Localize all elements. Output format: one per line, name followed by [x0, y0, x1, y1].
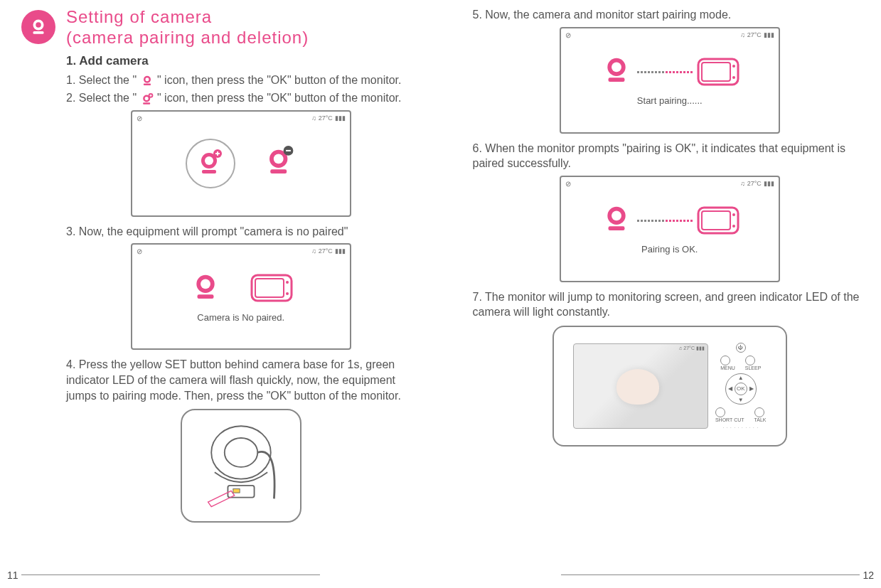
svg-point-15 [274, 154, 284, 164]
svg-point-41 [732, 213, 735, 216]
step-4: 4. Press the yellow SET button behind ca… [66, 357, 416, 403]
page-title-line2: (camera pairing and deletion) [66, 28, 309, 48]
svg-rect-38 [608, 227, 624, 231]
battery-icon: ▮▮▮ [335, 247, 346, 255]
battery-icon: ▮▮▮ [335, 114, 346, 122]
baby-screen-image: ♫ 27°C ▮▮▮ [573, 343, 708, 429]
svg-rect-40 [702, 211, 730, 230]
battery-icon: ▮▮▮ [764, 31, 774, 38]
svg-rect-33 [702, 63, 730, 81]
svg-point-24 [286, 292, 289, 295]
step-2: 2. Select the " " icon, then press the "… [66, 90, 416, 106]
wifi-off-icon: ⊘ [137, 114, 142, 122]
svg-point-7 [144, 97, 148, 100]
svg-point-35 [732, 76, 735, 79]
wifi-off-icon: ⊘ [137, 247, 142, 255]
music-icon: ♫ [740, 180, 745, 187]
section-heading: 1. Add camera [66, 54, 416, 68]
page-number-right: 12 [863, 570, 874, 581]
power-icon: ⏻ [736, 343, 746, 353]
svg-rect-16 [270, 169, 287, 173]
svg-rect-5 [144, 84, 151, 85]
music-icon: ♫ [740, 31, 745, 38]
footer-rule [21, 574, 320, 575]
screen-pairing-ok: ⊘ ♫ 27°C ▮▮▮ Pairing is [560, 176, 780, 282]
step-1: 1. Select the " " icon, then press the "… [66, 73, 416, 88]
step-3: 3. Now, the equipment will prompt "camer… [66, 224, 416, 240]
no-paired-label: Camera is No paired. [197, 312, 284, 323]
svg-point-23 [286, 281, 289, 284]
remove-camera-icon [264, 146, 297, 181]
svg-rect-31 [608, 77, 624, 82]
battery-icon: ▮▮▮ [764, 180, 774, 187]
sleep-label: SLEEP [745, 365, 762, 370]
step-6: 6. When the monitor prompts "pairing is … [473, 141, 867, 171]
screen-start-pairing: ⊘ ♫ 27°C ▮▮▮ Start pairi [560, 27, 780, 134]
footer-rule [561, 574, 860, 575]
pairing-dots-icon [637, 220, 693, 222]
svg-point-37 [612, 211, 621, 221]
talk-label: TALK [754, 417, 767, 422]
wifi-off-icon: ⊘ [565, 31, 571, 39]
header-camera-icon [21, 10, 55, 44]
monitor-icon [250, 272, 293, 304]
step-5: 5. Now, the camera and monitor start pai… [473, 7, 867, 23]
page-title-line1: Setting of camera [66, 7, 309, 28]
add-camera-icon [186, 139, 235, 188]
music-icon: ♫ [311, 114, 316, 122]
sleep-button-icon [745, 356, 755, 365]
wifi-off-icon: ⊘ [565, 180, 571, 188]
svg-rect-20 [197, 294, 213, 299]
temp-badge: 27°C [319, 247, 333, 255]
dpad-icon: ▲ ▼ ◀ ▶ OK [725, 373, 757, 405]
shortcut-button-icon [715, 407, 725, 417]
shortcut-label: SHORT CUT [715, 417, 744, 422]
camera-plus-icon [140, 93, 154, 105]
camera-back-illustration [181, 409, 301, 523]
svg-point-34 [732, 65, 735, 68]
monitor-device-illustration: ♫ 27°C ▮▮▮ ⏻ MENU SLEEP [552, 326, 787, 447]
pairing-ok-label: Pairing is OK. [641, 244, 698, 255]
camera-icon [140, 75, 154, 86]
svg-point-19 [201, 279, 210, 289]
svg-point-42 [732, 225, 735, 228]
svg-rect-8 [143, 102, 150, 104]
svg-point-11 [205, 156, 213, 165]
camera-icon [189, 271, 222, 306]
status-bar: ♫ 27°C ▮▮▮ [740, 31, 774, 38]
screen-no-paired: ⊘ ♫ 27°C ▮▮▮ Camera is No pai [131, 243, 351, 350]
monitor-icon [697, 56, 739, 88]
temp-badge: 27°C [747, 180, 762, 187]
status-bar: ♫ 27°C ▮▮▮ [740, 180, 774, 187]
speaker-grill-icon: · · · · · · · · · · [722, 425, 759, 429]
music-icon: ♫ [311, 247, 316, 255]
pairing-dots-icon [637, 71, 693, 73]
monitor-icon [697, 205, 739, 237]
svg-point-1 [36, 22, 41, 28]
start-pairing-label: Start pairing...... [637, 95, 703, 106]
menu-button-icon [720, 356, 730, 365]
camera-icon [600, 203, 633, 238]
talk-button-icon [754, 407, 764, 417]
screen-add-remove: ⊘ ♫ 27°C ▮▮▮ [131, 110, 351, 217]
temp-badge: 27°C [747, 31, 762, 38]
page-number-left: 11 [7, 570, 18, 581]
step-7: 7. The monitor will jump to monitoring s… [473, 289, 867, 320]
status-bar: ♫ 27°C ▮▮▮ [311, 247, 346, 255]
svg-rect-28 [233, 489, 240, 493]
svg-point-4 [145, 78, 149, 82]
menu-label: MENU [720, 365, 735, 370]
camera-icon [600, 54, 633, 90]
temp-badge: 27°C [319, 114, 333, 122]
svg-point-26 [225, 438, 257, 467]
svg-rect-2 [33, 31, 44, 34]
ok-label: OK [735, 383, 747, 395]
svg-point-30 [612, 63, 621, 73]
svg-rect-22 [255, 279, 284, 297]
status-bar: ♫ 27°C ▮▮▮ [311, 114, 346, 122]
svg-rect-12 [202, 170, 216, 173]
